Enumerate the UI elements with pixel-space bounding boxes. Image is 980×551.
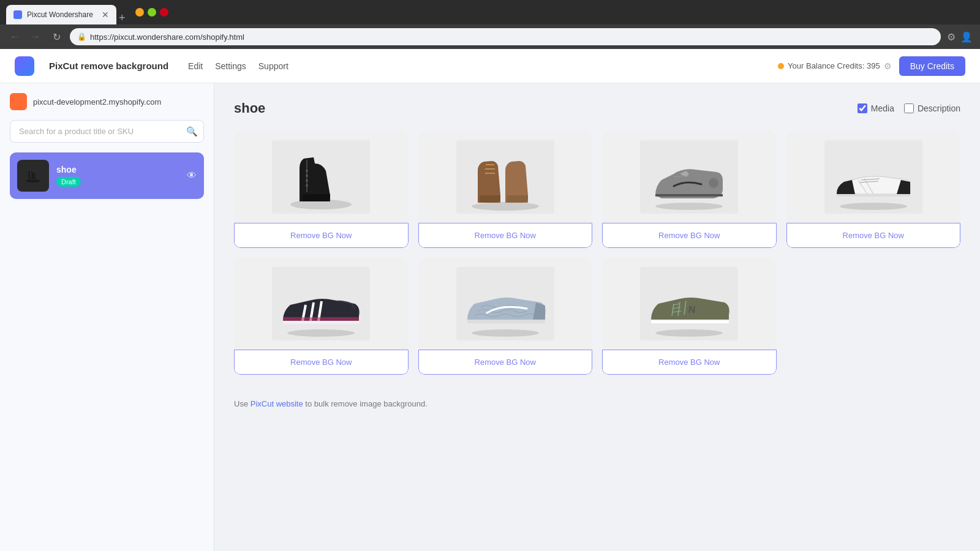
sidebar: pixcut-development2.myshopify.com 🔍 <box>0 83 214 551</box>
product-image-container-7: N <box>602 258 777 350</box>
remove-bg-button-3[interactable]: Remove BG Now <box>602 223 777 248</box>
product-name: shoe <box>56 165 179 174</box>
footer-suffix: to bulk remove image background. <box>303 399 428 408</box>
nav-edit[interactable]: Edit <box>188 59 203 73</box>
svg-point-21 <box>840 203 907 210</box>
product-status-badge: Draft <box>56 177 81 187</box>
product-card-6: Remove BG Now <box>418 258 593 375</box>
browser-chrome: Pixcut Wondershare ✕ + − □ × <box>0 0 980 24</box>
product-image-svg-6 <box>456 267 554 340</box>
product-image-container-6 <box>418 258 593 350</box>
empty-slot <box>786 258 961 375</box>
store-badge: pixcut-development2.myshopify.com <box>10 93 204 110</box>
product-image-svg-2 <box>456 140 554 214</box>
reload-button[interactable]: ↻ <box>49 31 64 43</box>
remove-bg-button-5[interactable]: Remove BG Now <box>234 350 409 375</box>
product-image-svg-1 <box>272 140 370 214</box>
browser-actions: ⚙ 👤 <box>947 31 973 43</box>
svg-point-25 <box>287 329 355 337</box>
maximize-btn[interactable]: □ <box>148 8 156 17</box>
svg-point-19 <box>709 178 718 188</box>
content-area: shoe Media Description <box>214 83 980 551</box>
filter-media-option[interactable]: Media <box>858 103 894 113</box>
credits-badge: Your Balance Credits: 395 ⚙ <box>778 61 892 71</box>
main-layout: pixcut-development2.myshopify.com 🔍 <box>0 83 980 551</box>
svg-point-9 <box>306 179 308 182</box>
profile-btn[interactable]: 👤 <box>960 31 973 43</box>
remove-bg-button-7[interactable]: Remove BG Now <box>602 350 777 375</box>
product-card-1: Remove BG Now <box>234 131 409 248</box>
product-image-container-3 <box>602 131 777 223</box>
svg-point-30 <box>472 329 539 337</box>
svg-point-17 <box>655 203 723 210</box>
product-image-container-4 <box>786 131 961 223</box>
forward-button[interactable]: → <box>28 31 43 42</box>
product-image-svg-3 <box>640 140 738 214</box>
product-card-5: Remove BG Now <box>234 258 409 375</box>
product-image-container-1 <box>234 131 409 223</box>
filter-media-checkbox[interactable] <box>858 103 867 113</box>
product-grid-top: Remove BG Now <box>234 131 960 248</box>
search-icon: 🔍 <box>186 126 198 137</box>
filter-description-option[interactable]: Description <box>904 103 960 113</box>
search-input[interactable] <box>10 120 204 143</box>
credits-label: Your Balance Credits: 395 <box>788 61 880 70</box>
minimize-btn[interactable]: − <box>135 8 144 17</box>
header-nav: Edit Settings Support <box>188 59 288 73</box>
content-title: shoe <box>234 100 265 116</box>
app-container: PixCut remove background Edit Settings S… <box>0 49 980 551</box>
buy-credits-button[interactable]: Buy Credits <box>899 56 965 76</box>
product-image-container-5 <box>234 258 409 350</box>
header-right: Your Balance Credits: 395 ⚙ Buy Credits <box>778 56 965 76</box>
app-title: PixCut remove background <box>49 61 168 71</box>
content-header: shoe Media Description <box>234 100 960 116</box>
remove-bg-button-6[interactable]: Remove BG Now <box>418 350 593 375</box>
product-card-2: Remove BG Now <box>418 131 593 248</box>
address-bar[interactable]: 🔒 https://pixcut.wondershare.com/shopify… <box>70 28 941 45</box>
footer-text: Use PixCut website to bulk remove image … <box>234 399 960 408</box>
window-controls: − □ × <box>135 8 168 17</box>
product-card-7: N Remove BG Now <box>602 258 777 375</box>
product-thumbnail <box>17 160 49 192</box>
product-card-4: Remove BG Now <box>786 131 961 248</box>
shoe-thumbnail-svg <box>21 163 45 188</box>
product-item-shoe[interactable]: shoe Draft 👁 <box>10 152 204 199</box>
svg-point-8 <box>306 174 308 177</box>
tab-favicon <box>13 10 22 19</box>
product-card-3: Remove BG Now <box>602 131 777 248</box>
footer-link[interactable]: PixCut website <box>251 399 303 408</box>
tab-close-btn[interactable]: ✕ <box>102 10 109 20</box>
browser-tab-active[interactable]: Pixcut Wondershare ✕ <box>6 5 116 24</box>
product-image-svg-5 <box>272 267 370 340</box>
store-name: pixcut-development2.myshopify.com <box>33 97 161 107</box>
product-image-svg-4 <box>824 140 922 214</box>
svg-point-32 <box>655 329 723 337</box>
browser-toolbar: ← → ↻ 🔒 https://pixcut.wondershare.com/s… <box>0 24 980 49</box>
extensions-btn[interactable]: ⚙ <box>947 31 956 43</box>
svg-text:N: N <box>688 304 696 315</box>
svg-point-7 <box>306 170 308 172</box>
back-button[interactable]: ← <box>7 31 22 42</box>
footer-prefix: Use <box>234 399 251 408</box>
new-tab-button[interactable]: + <box>119 12 126 24</box>
nav-support[interactable]: Support <box>258 59 288 73</box>
product-image-svg-7: N <box>640 267 738 340</box>
filter-options: Media Description <box>858 103 960 113</box>
svg-point-12 <box>472 202 539 211</box>
svg-point-10 <box>306 184 308 187</box>
filter-description-checkbox[interactable] <box>904 103 914 113</box>
product-list: shoe Draft 👁 <box>10 152 204 541</box>
refresh-icon[interactable]: ⚙ <box>884 61 892 71</box>
store-icon <box>10 93 27 110</box>
eye-icon[interactable]: 👁 <box>187 170 197 181</box>
filter-media-label: Media <box>871 103 894 113</box>
app-logo <box>15 56 34 76</box>
close-btn[interactable]: × <box>160 8 168 17</box>
credits-dot-icon <box>778 63 784 69</box>
product-grid-bottom: Remove BG Now <box>234 258 960 375</box>
remove-bg-button-1[interactable]: Remove BG Now <box>234 223 409 248</box>
nav-settings[interactable]: Settings <box>215 59 246 73</box>
address-text: https://pixcut.wondershare.com/shopify.h… <box>90 32 244 42</box>
remove-bg-button-4[interactable]: Remove BG Now <box>786 223 961 248</box>
remove-bg-button-2[interactable]: Remove BG Now <box>418 223 593 248</box>
